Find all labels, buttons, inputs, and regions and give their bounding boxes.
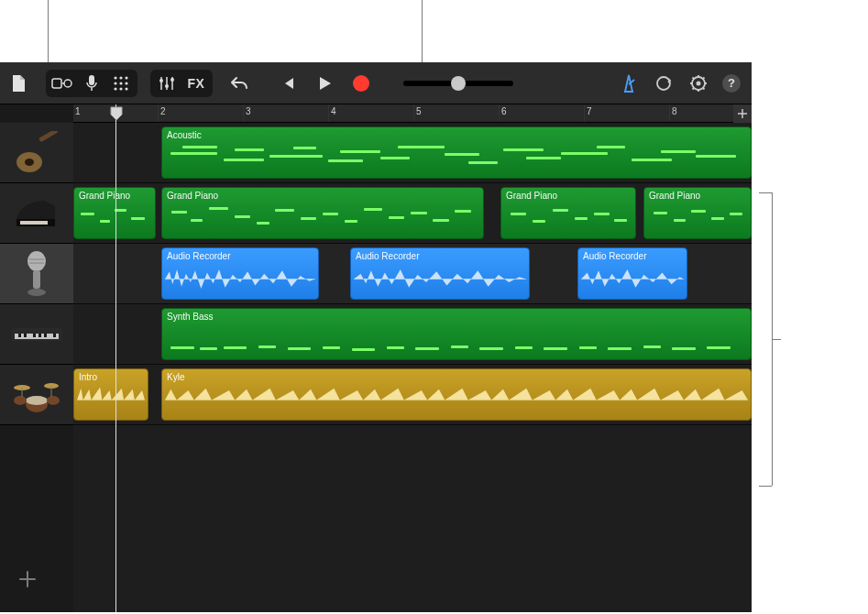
- region-midi[interactable]: Synth Bass: [161, 308, 752, 360]
- ruler[interactable]: 1 2 3 4 5 6 7 8: [73, 104, 752, 123]
- mix-group: FX: [150, 70, 213, 97]
- track-header-keyboard[interactable]: [0, 304, 73, 365]
- callout-line: [772, 339, 781, 340]
- svg-rect-31: [38, 334, 41, 337]
- play-button[interactable]: [313, 72, 335, 94]
- region-audio[interactable]: Kyle: [161, 368, 752, 421]
- region-midi[interactable]: Grand Piano: [73, 187, 156, 239]
- svg-rect-28: [18, 334, 21, 337]
- midi-notes: [165, 203, 480, 235]
- track-view-group: [46, 70, 137, 97]
- add-marker-button[interactable]: [733, 104, 752, 123]
- region-label: Acoustic: [167, 130, 202, 140]
- track-headers: [0, 104, 73, 612]
- svg-rect-20: [38, 131, 59, 142]
- region-midi[interactable]: Grand Piano: [643, 187, 752, 239]
- ruler-tick: 7: [587, 106, 592, 116]
- svg-point-10: [119, 87, 122, 90]
- ruler-tick: 2: [160, 106, 166, 116]
- svg-rect-22: [20, 221, 48, 225]
- track-lane[interactable]: Intro Kyle: [73, 365, 752, 425]
- svg-point-19: [25, 159, 34, 166]
- svg-point-8: [125, 82, 127, 84]
- svg-rect-24: [33, 270, 40, 289]
- track-controls-button[interactable]: [152, 70, 181, 97]
- mic-button[interactable]: [77, 70, 106, 97]
- region-label: Audio Recorder: [583, 251, 646, 261]
- region-label: Audio Recorder: [167, 251, 230, 261]
- svg-point-11: [125, 87, 127, 90]
- track-header-mic[interactable]: [0, 244, 73, 304]
- fx-button[interactable]: FX: [181, 70, 211, 97]
- svg-rect-29: [24, 334, 27, 337]
- svg-point-7: [119, 82, 122, 84]
- volume-thumb[interactable]: [451, 76, 466, 91]
- ruler-tick: 8: [672, 106, 677, 116]
- region-audio[interactable]: Audio Recorder: [161, 247, 319, 300]
- transport: [277, 72, 372, 94]
- svg-rect-33: [53, 334, 56, 337]
- region-audio[interactable]: Intro: [73, 368, 148, 421]
- waveform: [165, 263, 315, 295]
- svg-rect-30: [33, 334, 36, 337]
- track-header-drums[interactable]: [0, 365, 73, 425]
- toolbar: FX: [0, 62, 752, 104]
- workspace: 1 2 3 4 5 6 7 8 Acoustic: [0, 104, 752, 612]
- callout-line: [772, 192, 773, 339]
- track-header-guitar[interactable]: [0, 123, 73, 183]
- region-label: Audio Recorder: [356, 251, 419, 261]
- track-lane[interactable]: Grand Piano Grand Piano: [73, 183, 752, 244]
- ruler-tick: 6: [501, 106, 507, 116]
- ruler-tick: 5: [416, 106, 422, 116]
- svg-point-23: [27, 251, 46, 271]
- svg-point-9: [114, 87, 116, 90]
- playhead-line: [115, 104, 116, 612]
- loop-button[interactable]: [653, 72, 675, 94]
- help-button[interactable]: ?: [722, 74, 741, 93]
- master-volume-slider[interactable]: [403, 81, 513, 86]
- svg-point-5: [125, 76, 127, 79]
- undo-button[interactable]: [225, 70, 253, 97]
- callout-line: [759, 192, 772, 193]
- browser-button[interactable]: [48, 70, 77, 97]
- midi-notes: [647, 203, 748, 235]
- svg-point-35: [26, 396, 48, 405]
- region-audio[interactable]: Audio Recorder: [577, 247, 687, 300]
- track-lane[interactable]: Synth Bass: [73, 304, 752, 365]
- svg-point-1: [64, 80, 71, 87]
- midi-notes: [165, 142, 748, 174]
- playhead-handle[interactable]: [110, 106, 123, 123]
- svg-point-12: [159, 79, 163, 82]
- svg-rect-27: [15, 334, 59, 339]
- timeline[interactable]: 1 2 3 4 5 6 7 8 Acoustic: [73, 104, 752, 612]
- add-track-button[interactable]: [13, 565, 42, 594]
- callout-line: [759, 486, 772, 487]
- track-lane[interactable]: Audio Recorder Audio Recorder: [73, 244, 752, 304]
- settings-button[interactable]: [687, 72, 709, 94]
- region-midi[interactable]: Grand Piano: [161, 187, 484, 239]
- svg-point-17: [697, 81, 701, 85]
- waveform: [165, 384, 748, 416]
- region-audio[interactable]: Audio Recorder: [350, 247, 530, 300]
- region-label: Intro: [79, 372, 97, 382]
- region-midi[interactable]: Grand Piano: [500, 187, 636, 239]
- track-header-piano[interactable]: [0, 183, 73, 244]
- app-window: FX: [0, 62, 752, 612]
- metronome-button[interactable]: [618, 72, 640, 94]
- svg-point-6: [114, 82, 116, 84]
- track-lane[interactable]: Acoustic: [73, 123, 752, 183]
- svg-point-37: [47, 396, 60, 405]
- svg-point-13: [165, 84, 169, 88]
- waveform: [354, 263, 526, 295]
- record-button[interactable]: [350, 72, 372, 94]
- midi-notes: [165, 323, 748, 356]
- region-label: Grand Piano: [167, 191, 218, 201]
- go-to-start-button[interactable]: [277, 72, 299, 94]
- grid-button[interactable]: [106, 70, 136, 97]
- callout-line: [772, 339, 773, 486]
- region-midi[interactable]: Acoustic: [161, 126, 752, 179]
- my-songs-button[interactable]: [5, 70, 33, 97]
- svg-point-3: [114, 76, 116, 79]
- waveform: [77, 384, 145, 416]
- region-label: Synth Bass: [167, 312, 214, 322]
